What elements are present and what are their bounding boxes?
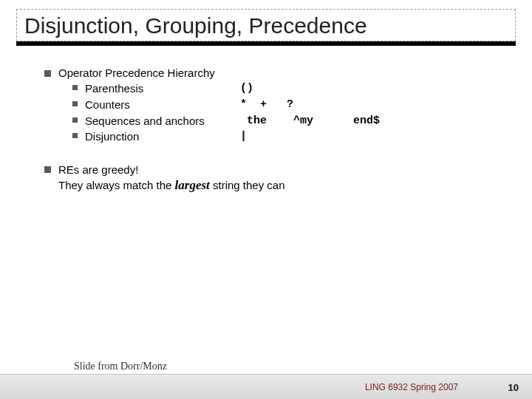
square-bullet-icon (72, 101, 78, 106)
slide-body: Operator Precedence Hierarchy Parenthesi… (44, 66, 502, 194)
course-label: LING 6932 Spring 2007 (365, 382, 458, 392)
item-name: Parenthesis (85, 81, 240, 97)
title-box: Disjunction, Grouping, Precedence (16, 9, 516, 41)
item-symbols: () (240, 81, 253, 97)
list-item: Disjunction | (72, 129, 502, 145)
square-bullet-icon (72, 133, 78, 138)
item-name: Sequences and anchors (85, 113, 240, 129)
hierarchy-list: Parenthesis () Counters * + ? Sequences … (72, 81, 502, 145)
slide-title: Disjunction, Grouping, Precedence (24, 13, 508, 39)
attribution: Slide from Dorr/Monz (74, 361, 167, 372)
footer-bar: LING 6932 Spring 2007 (0, 374, 532, 399)
greedy-line2a: They always match the (58, 179, 175, 191)
item-symbols: | (240, 129, 247, 145)
greedy-line2b: string they can (210, 179, 285, 191)
bullet-hierarchy-label: Operator Precedence Hierarchy (58, 66, 215, 79)
square-bullet-icon (72, 117, 78, 123)
item-name: Counters (85, 97, 240, 113)
bullet-hierarchy: Operator Precedence Hierarchy (44, 66, 502, 79)
list-item: Sequences and anchors the ^my end$ (72, 113, 502, 129)
greedy-line1: REs are greedy! (58, 163, 138, 176)
square-bullet-icon (72, 85, 78, 90)
item-symbols: * + ? (240, 97, 293, 113)
title-underline (16, 41, 516, 46)
greedy-emph: largest (175, 178, 210, 192)
square-bullet-icon (44, 166, 51, 173)
list-item: Parenthesis () (72, 81, 502, 97)
item-name: Disjunction (85, 129, 240, 145)
square-bullet-icon (44, 70, 51, 77)
list-item: Counters * + ? (72, 97, 502, 113)
item-symbols: the ^my end$ (240, 113, 380, 129)
bullet-greedy: REs are greedy! They always match the la… (44, 163, 502, 194)
page-number: 10 (508, 382, 519, 393)
greedy-text: REs are greedy! They always match the la… (58, 163, 285, 194)
